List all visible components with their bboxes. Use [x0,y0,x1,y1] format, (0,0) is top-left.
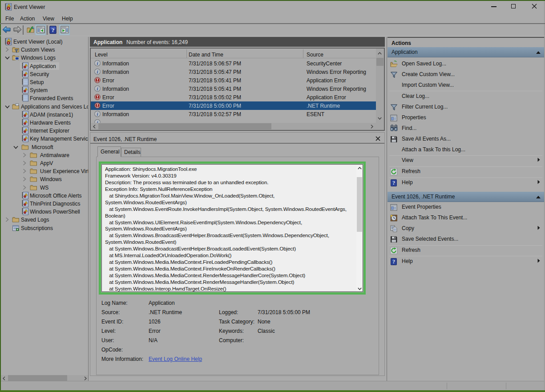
svg-text:?: ? [52,27,55,33]
svg-text:i: i [97,86,98,91]
svg-text:?: ? [392,259,395,265]
svg-text:?: ? [392,180,395,186]
svg-text:i: i [97,61,98,66]
svg-text:i: i [97,69,98,74]
svg-text:i: i [97,112,98,117]
